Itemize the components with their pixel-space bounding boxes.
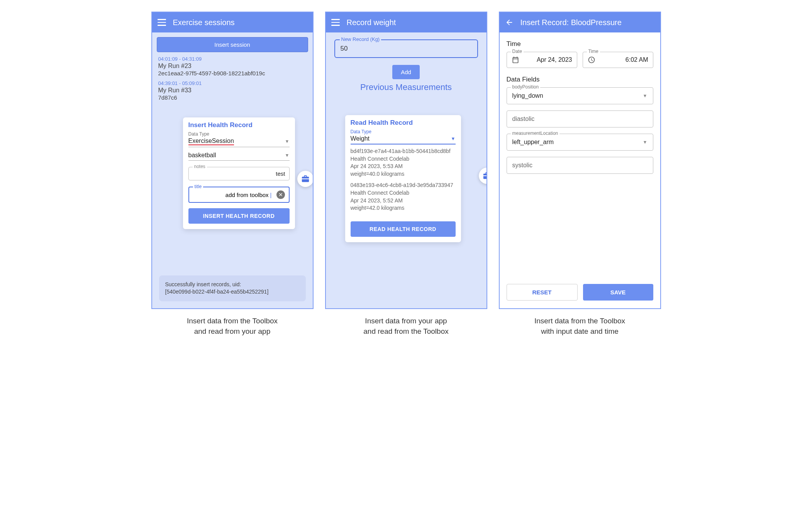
read-health-record-button[interactable]: READ HEALTH RECORD xyxy=(351,221,456,237)
list-item[interactable]: 04:01:09 - 04:31:09 My Run #23 2ec1eaa2-… xyxy=(156,54,309,79)
appbar: Record weight xyxy=(326,12,487,32)
list-item[interactable]: 04:39:01 - 05:09:01 My Run #33 7d87c6 xyxy=(156,79,309,103)
toolbox-fab[interactable] xyxy=(479,168,487,184)
list-item-title: My Run #33 xyxy=(158,87,307,94)
data-type-value: Weight xyxy=(351,135,370,142)
clear-icon[interactable]: ✕ xyxy=(276,190,285,199)
list-item-time: 04:39:01 - 05:09:01 xyxy=(158,80,307,86)
exercise-type-select[interactable]: basketball ▼ xyxy=(188,151,290,161)
hamburger-icon[interactable] xyxy=(158,18,166,27)
hamburger-icon[interactable] xyxy=(331,18,340,27)
data-type-label: Data Type xyxy=(351,129,456,134)
data-type-select[interactable]: Weight ▼ xyxy=(351,134,456,144)
record-list: bd4f193e-e7a4-41aa-b1bb-50441b8cd8bf Hea… xyxy=(351,148,456,212)
read-health-record-card: Read Health Record Data Type Weight ▼ bd… xyxy=(345,115,461,242)
calendar-icon xyxy=(512,56,519,64)
panel-insert-record: Insert Record: BloodPressure Time Date A… xyxy=(499,12,661,309)
date-value: Apr 24, 2023 xyxy=(523,56,572,63)
list-item-title: My Run #23 xyxy=(158,63,307,70)
caption: Insert data from your app and read from … xyxy=(363,316,448,336)
notes-value: test xyxy=(193,170,285,177)
field-placeholder: systolic xyxy=(512,162,532,169)
snackbar-line: Successfully insert records, uid: xyxy=(165,281,300,289)
reset-button[interactable]: RESET xyxy=(507,284,578,301)
toolbox-icon xyxy=(301,175,310,183)
time-heading: Time xyxy=(507,40,653,48)
chevron-down-icon: ▼ xyxy=(285,139,290,144)
record: bd4f193e-e7a4-41aa-b1bb-50441b8cd8bf Hea… xyxy=(351,148,456,178)
toolbox-icon xyxy=(483,172,487,180)
appbar: Insert Record: BloodPressure xyxy=(500,12,660,32)
card-title: Insert Health Record xyxy=(188,121,290,129)
list-item-time: 04:01:09 - 04:31:09 xyxy=(158,56,307,62)
field-placeholder: diastolic xyxy=(512,116,535,122)
record: 0483e193-e4c6-4cb8-a19d-3e95da733947 Hea… xyxy=(351,182,456,212)
add-button[interactable]: Add xyxy=(392,65,420,79)
save-button[interactable]: SAVE xyxy=(583,284,653,301)
clock-icon xyxy=(588,56,595,64)
new-record-label: New Record (Kg) xyxy=(340,36,381,42)
back-icon[interactable] xyxy=(505,18,514,27)
appbar-title: Insert Record: BloodPressure xyxy=(520,18,622,27)
insert-health-record-card: Insert Health Record Data Type ExerciseS… xyxy=(183,117,295,229)
field-value: lying_down xyxy=(512,92,543,99)
data-type-value: ExerciseSession xyxy=(188,138,234,145)
new-record-input[interactable]: New Record (Kg) 50 xyxy=(334,39,478,58)
chevron-down-icon: ▼ xyxy=(451,136,456,141)
appbar-title: Exercise sessions xyxy=(173,18,235,27)
field-label: bodyPosition xyxy=(511,84,541,90)
previous-heading: Previous Measurements xyxy=(334,82,478,92)
insert-health-record-button[interactable]: INSERT HEALTH RECORD xyxy=(188,208,290,224)
systolic-input[interactable]: systolic xyxy=(507,157,653,174)
title-label: title xyxy=(193,184,203,189)
panel-record-weight: Record weight New Record (Kg) 50 Add Pre… xyxy=(325,12,487,309)
appbar: Exercise sessions xyxy=(152,12,313,32)
insert-session-button[interactable]: Insert session xyxy=(157,37,308,52)
chevron-down-icon: ▼ xyxy=(643,139,648,145)
field-label: measurementLocation xyxy=(511,131,560,136)
snackbar: Successfully insert records, uid: [540e0… xyxy=(159,275,306,301)
chevron-down-icon: ▼ xyxy=(285,153,290,158)
date-picker[interactable]: Date Apr 24, 2023 xyxy=(507,52,577,68)
panel-exercise-sessions: Exercise sessions Insert session 04:01:0… xyxy=(151,12,314,309)
notes-label: notes xyxy=(193,164,207,169)
diastolic-input[interactable]: diastolic xyxy=(507,110,653,127)
list-item-sub: 2ec1eaa2-97f5-4597-b908-18221abf019c xyxy=(158,70,307,76)
caption: Insert data from the Toolbox with input … xyxy=(534,316,625,336)
caption: Insert data from the Toolbox and read fr… xyxy=(187,316,278,336)
datafields-heading: Data Fields xyxy=(507,76,653,83)
body-position-select[interactable]: bodyPosition lying_down ▼ xyxy=(507,87,653,104)
list-item-sub: 7d87c6 xyxy=(158,94,307,101)
title-input[interactable]: title add from toolbox | ✕ xyxy=(188,187,290,203)
appbar-title: Record weight xyxy=(347,18,396,27)
card-title: Read Health Record xyxy=(351,119,456,127)
date-label: Date xyxy=(511,49,524,54)
time-value: 6:02 AM xyxy=(599,56,648,63)
time-picker[interactable]: Time 6:02 AM xyxy=(583,52,653,68)
snackbar-line: [540e099d-b022-4f4f-ba24-ea55b4252291] xyxy=(165,288,300,296)
title-value: add from toolbox xyxy=(225,192,269,198)
data-type-label: Data Type xyxy=(188,131,290,137)
new-record-value: 50 xyxy=(341,45,348,52)
data-type-select[interactable]: ExerciseSession ▼ xyxy=(188,137,290,147)
chevron-down-icon: ▼ xyxy=(643,93,648,99)
time-label: Time xyxy=(587,49,600,54)
toolbox-fab[interactable] xyxy=(297,171,314,187)
measurement-location-select[interactable]: measurementLocation left_upper_arm ▼ xyxy=(507,134,653,151)
exercise-type-value: basketball xyxy=(188,152,216,159)
field-value: left_upper_arm xyxy=(512,139,554,146)
notes-input[interactable]: notes test xyxy=(188,167,290,180)
